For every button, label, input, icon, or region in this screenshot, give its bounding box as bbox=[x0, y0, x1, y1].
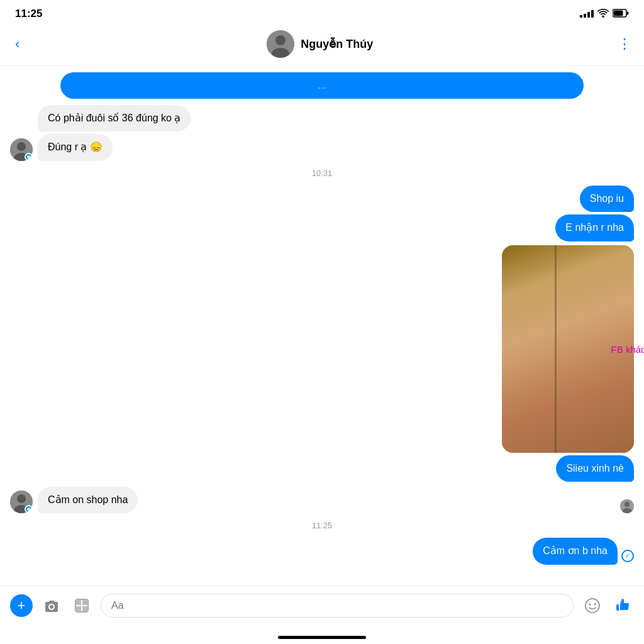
svg-point-27 bbox=[554, 317, 558, 322]
status-icons bbox=[580, 9, 629, 19]
message-row: Có phải đuôi số 36 đúng ko ạ bbox=[10, 105, 634, 131]
message-bubble: E nhận r nha bbox=[555, 214, 634, 241]
svg-rect-36 bbox=[570, 367, 580, 371]
svg-point-50 bbox=[586, 599, 599, 613]
sent-messages-group: Shop iu E nhận r nha bbox=[10, 186, 634, 482]
message-bubble: Có phải đuôi số 36 đúng ko ạ bbox=[38, 105, 191, 131]
svg-point-30 bbox=[582, 336, 594, 352]
svg-point-24 bbox=[536, 319, 548, 336]
top-action-label: ... bbox=[318, 80, 326, 91]
image-message-container: FB khách Tlee bbox=[502, 245, 634, 453]
sent-message-row: Cảm ơn b nha bbox=[10, 538, 634, 564]
svg-point-35 bbox=[574, 328, 578, 331]
svg-rect-37 bbox=[536, 434, 587, 441]
svg-point-43 bbox=[625, 502, 630, 507]
svg-rect-46 bbox=[75, 599, 81, 605]
contact-name: Nguyễn Thúy bbox=[301, 37, 373, 51]
svg-point-33 bbox=[542, 329, 546, 333]
svg-rect-1 bbox=[627, 11, 629, 14]
svg-point-32 bbox=[509, 371, 527, 390]
svg-point-34 bbox=[558, 323, 563, 326]
svg-rect-2 bbox=[614, 10, 623, 16]
read-checkmark bbox=[621, 550, 634, 562]
plus-icon: + bbox=[18, 597, 26, 614]
svg-point-20 bbox=[531, 323, 554, 394]
svg-point-40 bbox=[17, 494, 26, 503]
image-watermark: FB khách Tlee bbox=[611, 343, 644, 354]
gallery-button[interactable] bbox=[70, 594, 93, 617]
timestamp: 10:31 bbox=[10, 169, 634, 178]
svg-point-7 bbox=[17, 142, 26, 151]
message-bubble: Shop iu bbox=[580, 186, 634, 212]
message-bubble-final: Cảm ơn b nha bbox=[533, 538, 618, 564]
add-button[interactable]: + bbox=[10, 594, 33, 617]
svg-point-21 bbox=[550, 314, 567, 390]
sender-avatar-2 bbox=[10, 491, 33, 513]
message-bubble: Đúng r ạ 😞 bbox=[38, 134, 113, 160]
svg-rect-47 bbox=[82, 599, 88, 605]
svg-point-31 bbox=[584, 341, 587, 345]
input-bar: + bbox=[0, 586, 644, 625]
svg-point-51 bbox=[589, 604, 591, 606]
svg-point-26 bbox=[553, 314, 564, 330]
svg-point-28 bbox=[568, 318, 580, 335]
status-bar: 11:25 bbox=[0, 0, 644, 25]
battery-icon bbox=[613, 9, 629, 19]
status-time: 11:25 bbox=[15, 8, 42, 20]
svg-point-52 bbox=[594, 604, 596, 606]
top-action-button[interactable]: ... bbox=[60, 72, 584, 99]
svg-point-38 bbox=[540, 377, 571, 415]
message-bubble: Siieu xinh nè bbox=[556, 455, 634, 482]
contact-avatar bbox=[267, 30, 294, 58]
camera-button[interactable] bbox=[40, 594, 63, 617]
message-bubble: Cảm on shop nha bbox=[38, 487, 138, 513]
svg-point-18 bbox=[521, 372, 596, 453]
message-row-with-avatar: Đúng r ạ 😞 bbox=[10, 134, 634, 160]
sender-avatar bbox=[10, 138, 33, 161]
wifi-icon bbox=[597, 9, 609, 19]
back-button[interactable]: ‹ bbox=[13, 33, 22, 55]
svg-rect-9 bbox=[502, 245, 562, 453]
svg-point-23 bbox=[576, 341, 599, 399]
svg-rect-48 bbox=[75, 606, 81, 612]
message-input[interactable] bbox=[101, 594, 574, 618]
chat-header: ‹ Nguyễn Thúy ⋮ bbox=[0, 25, 644, 66]
like-button[interactable] bbox=[611, 594, 634, 617]
svg-rect-49 bbox=[82, 606, 88, 612]
chat-messages: ... Có phải đuôi số 36 đúng ko ạ Đúng r … bbox=[0, 66, 644, 571]
read-receipt-avatar bbox=[620, 499, 634, 513]
emoji-button[interactable] bbox=[581, 594, 604, 617]
svg-point-4 bbox=[275, 35, 286, 45]
svg-rect-11 bbox=[562, 245, 574, 453]
svg-point-19 bbox=[502, 369, 547, 423]
svg-point-29 bbox=[570, 322, 574, 327]
signal-icon bbox=[580, 10, 594, 18]
message-row-with-avatar: Cảm on shop nha bbox=[10, 487, 634, 513]
home-indicator bbox=[278, 636, 366, 639]
more-options-button[interactable]: ⋮ bbox=[618, 36, 631, 52]
svg-point-25 bbox=[538, 323, 541, 328]
timestamp-2: 11:25 bbox=[10, 521, 634, 530]
contact-info[interactable]: Nguyễn Thúy bbox=[267, 30, 373, 58]
svg-point-22 bbox=[563, 322, 585, 392]
